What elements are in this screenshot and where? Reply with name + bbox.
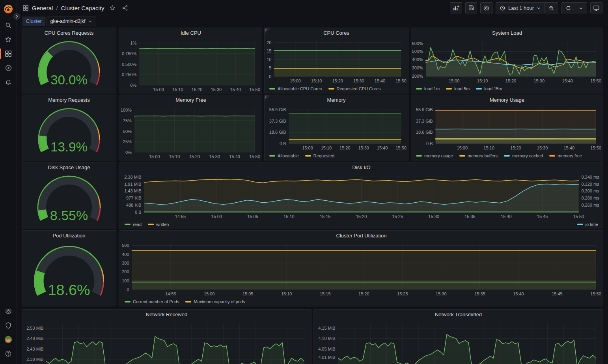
chart-memory[interactable]: 55.9 GiB37.3 GiB18.6 GiB0 B15:0015:1015:… [265,105,408,151]
sidebar-alerting-button[interactable] [0,75,17,89]
panel-title[interactable]: CPU Cores Requests [22,28,116,38]
sidebar-help-button[interactable] [0,347,17,361]
svg-text:15:10: 15:10 [172,87,183,92]
chart-network-received[interactable]: 2.53 MiB2.48 MiB2.43 MiB2.38 MiB2.34 MiB [22,320,311,364]
panel-title[interactable]: Memory Free [120,95,262,105]
info-icon[interactable]: i [265,28,270,34]
svg-text:15:00: 15:00 [149,154,160,159]
legend-item[interactable]: read [125,222,142,227]
share-dashboard-button[interactable] [120,3,130,13]
legend-swatch [577,224,583,225]
svg-text:15:50: 15:50 [395,78,407,83]
legend-item[interactable]: load 1m [416,86,440,91]
svg-text:50%: 50% [123,129,132,134]
svg-text:0%: 0% [130,83,136,88]
breadcrumb-section[interactable]: General [32,5,53,11]
legend-item[interactable]: Maximum capacity of pods [185,299,245,304]
svg-text:300: 300 [122,261,129,265]
chevron-down-icon [537,6,541,10]
legend-item[interactable]: memory buffers [459,153,498,158]
panel-title[interactable]: Disk Space Usage [22,162,116,173]
cluster-variable-dropdown[interactable]: gke-admin-d2jkf [47,17,96,26]
svg-text:0: 0 [269,74,271,79]
legend-item[interactable]: memory cached [504,153,543,158]
sidebar-explore-button[interactable] [0,61,17,75]
panel-title[interactable]: System Load [411,28,603,38]
panel-title[interactable]: Memory Usage [411,95,603,105]
panel-title[interactable]: Network Transmitted [314,310,603,320]
chart-system-load[interactable]: 600%500%400%300%200%15:0015:1015:2015:30… [411,38,603,84]
panel-title[interactable]: Memory [265,95,408,105]
time-range-picker[interactable]: Last 1 hour [496,3,545,13]
legend-label: Maximum capacity of pods [194,299,245,304]
panel-title[interactable]: Cluster Pod Utilization [120,231,603,241]
svg-text:1.43 MiB: 1.43 MiB [124,189,141,193]
zoom-out-button[interactable] [545,3,558,13]
sidebar-profile-button[interactable] [0,332,17,347]
panel-title[interactable]: Disk I/O [120,162,603,173]
svg-text:8.55%: 8.55% [50,208,88,223]
tv-mode-button[interactable] [590,2,602,13]
panel-title[interactable]: Network Received [22,310,311,320]
panel-memory-free: Memory Free 100%75%50%25%0%15:0015:1015:… [119,95,262,161]
legend-label: memory free [558,153,582,158]
refresh-interval-dropdown[interactable] [575,3,587,13]
save-icon [468,5,474,11]
svg-text:2.38 MiB: 2.38 MiB [26,357,43,362]
legend-item[interactable]: written [148,222,169,227]
sidebar-search-button[interactable] [0,18,17,32]
legend-item[interactable]: load 5m [446,86,470,91]
svg-text:15:30: 15:30 [353,78,364,83]
panel-memory-usage: Memory Usage 55.9 GiB37.3 GiB18.6 GiB0 B… [411,95,603,161]
panel-title[interactable]: CPU Cores [265,28,408,38]
legend-item[interactable]: Allocatable [269,153,299,158]
share-icon [122,5,128,11]
chart-cpu-cores[interactable]: 2015105015:0015:1015:2015:3015:4015:50 [265,38,408,84]
chart-memory-free[interactable]: 100%75%50%25%0%15:0015:1015:2015:3015:40… [120,105,262,160]
chart-memory-usage[interactable]: 55.9 GiB37.3 GiB18.6 GiB0 B15:0015:1015:… [411,105,603,151]
star-dashboard-button[interactable] [108,3,117,13]
legend-item[interactable]: Requested [305,153,334,158]
legend-item[interactable]: io time [577,222,598,227]
panel-title[interactable]: Idle CPU [120,28,262,38]
sidebar-dashboards-button[interactable] [0,47,17,61]
svg-text:100%: 100% [121,108,132,112]
svg-text:0 B: 0 B [135,210,142,215]
svg-text:15:15: 15:15 [320,214,331,219]
gear-icon [483,5,490,11]
dashboard-settings-button[interactable] [480,2,492,13]
chart-legend: load 1mload 5mload 15m [411,84,603,93]
chart-disk-io[interactable]: 2.38 MiB1.91 MiB1.43 MiB977 KiB488 KiB0 … [120,173,603,220]
svg-text:15:20: 15:20 [510,146,521,150]
cluster-variable-value: gke-admin-d2jkf [50,19,86,24]
info-icon[interactable]: i [265,95,270,101]
svg-text:100: 100 [122,278,129,283]
svg-text:10: 10 [267,57,271,62]
refresh-button[interactable] [562,3,575,13]
save-dashboard-button[interactable] [465,2,477,13]
breadcrumb: General / Cluster Capacity [22,3,130,13]
sidebar-expand-button[interactable] [13,13,20,20]
add-panel-button[interactable] [450,2,462,13]
legend-item[interactable]: memory usage [416,153,453,158]
panel-title[interactable]: Memory Requests [22,95,116,105]
legend-item[interactable]: memory free [549,153,582,158]
chart-idle-cpu[interactable]: 1%0.750%0.500%0.250%0%15:0015:1015:2015:… [120,38,262,93]
legend-item[interactable]: Current number of Pods [125,299,179,304]
chart-network-transmitted[interactable]: 4.15 MiB4.10 MiB4.05 MiB4.01 MiB3.96 MiB [314,320,603,364]
chart-legend: Current number of PodsMaximum capacity o… [120,297,603,306]
sidebar-starred-button[interactable] [0,32,17,47]
svg-text:30.0%: 30.0% [50,73,88,87]
svg-text:37.3 GiB: 37.3 GiB [269,119,286,123]
panel-title[interactable]: Pod Utilization [22,231,116,241]
legend-item[interactable]: load 15m [476,86,502,91]
sidebar-settings-button[interactable] [0,304,17,318]
panel-memory: i Memory 55.9 GiB37.3 GiB18.6 GiB0 B15:0… [264,95,408,161]
svg-text:0.340 ms: 0.340 ms [581,175,599,179]
chart-cluster-pod-utilization[interactable]: 500400300200100014:5515:0015:0515:1015:1… [120,241,603,297]
svg-text:15:10: 15:10 [477,78,488,83]
legend-item[interactable]: Requested CPU Cores [328,86,381,91]
legend-item[interactable]: Allocatable CPU Cores [269,86,322,91]
svg-text:15:10: 15:10 [311,78,322,83]
sidebar-server-admin-button[interactable] [0,318,17,332]
